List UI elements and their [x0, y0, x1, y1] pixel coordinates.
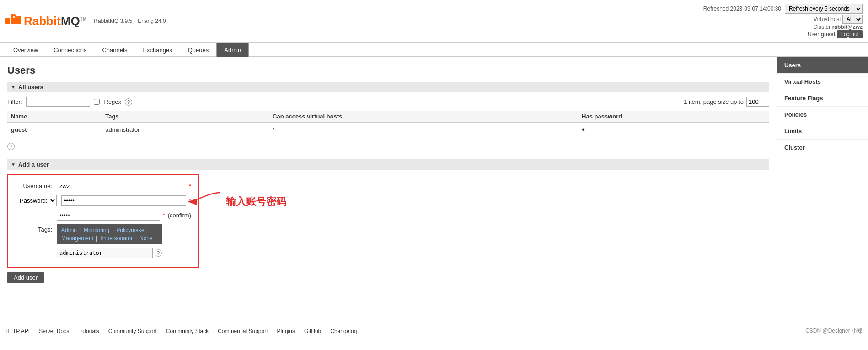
filter-input[interactable] — [26, 97, 90, 107]
nav-overview[interactable]: Overview — [5, 43, 46, 57]
regex-checkbox[interactable] — [94, 99, 100, 105]
main-navigation: Overview Connections Channels Exchanges … — [0, 43, 868, 57]
footer: HTTP API Server Docs Tutorials Community… — [0, 323, 868, 339]
vhost-label: Virtual host — [814, 16, 841, 22]
user-label: User — [808, 31, 819, 38]
user-vhosts-cell: / — [269, 122, 578, 137]
tags-popup: Admin | Monitoring | Policymaker Managem… — [57, 224, 162, 244]
footer-community-slack[interactable]: Community Slack — [166, 328, 209, 334]
regex-help-icon[interactable]: ? — [125, 98, 132, 106]
password-confirm-input[interactable] — [57, 210, 160, 221]
rabbitmq-version: RabbitMQ 3.9.5 — [94, 18, 132, 24]
svg-rect-3 — [7, 16, 9, 18]
svg-rect-0 — [5, 18, 10, 24]
password-type-select[interactable]: Password: Hashed password: — [16, 195, 57, 206]
svg-rect-4 — [13, 16, 15, 18]
sidebar-item-cluster[interactable]: Cluster — [777, 140, 868, 156]
nav-channels[interactable]: Channels — [94, 43, 135, 57]
vhost-select[interactable]: All / — [842, 15, 863, 24]
footer-github[interactable]: GitHub — [304, 328, 321, 334]
sidebar-item-policies[interactable]: Policies — [777, 107, 868, 123]
col-vhosts: Can access virtual hosts — [269, 111, 578, 122]
arrow-annotation: 输入账号密码 — [186, 188, 286, 215]
col-name: Name — [7, 111, 102, 122]
logo: RabbitMQTM — [5, 14, 86, 28]
footer-server-docs[interactable]: Server Docs — [39, 328, 69, 334]
username-input[interactable] — [57, 181, 186, 191]
user-row: User guest Log out — [703, 30, 863, 38]
logo-area: RabbitMQTM RabbitMQ 3.9.5 Erlang 24.0 — [5, 14, 166, 28]
tags-input-row: ? — [57, 248, 162, 258]
sidebar-item-feature-flags[interactable]: Feature Flags — [777, 90, 868, 107]
add-user-button[interactable]: Add user — [7, 272, 44, 283]
col-tags: Tags — [102, 111, 269, 122]
annotation-text: 输入账号密码 — [226, 195, 286, 209]
confirm-required: * — [163, 212, 165, 219]
tag-impersonator[interactable]: Impersonator — [100, 235, 133, 242]
add-collapse-arrow: ▼ — [11, 162, 16, 167]
nav-exchanges[interactable]: Exchanges — [135, 43, 180, 57]
tag-management[interactable]: Management — [61, 235, 93, 242]
sidebar-item-users[interactable]: Users — [777, 57, 868, 74]
rabbitmq-logo-icon — [5, 14, 22, 28]
refresh-row: Refreshed 2023-09-07 14:00:30 Refresh ev… — [703, 4, 863, 14]
logo-brand: RabbitMQTM — [24, 14, 86, 28]
footer-credit: CSDN @Designer 小郑 — [805, 327, 863, 335]
content-area: Users ▼ All users Filter: Regex ? 1 item… — [0, 57, 777, 323]
tag-admin[interactable]: Admin — [61, 227, 77, 233]
regex-label: Regex — [104, 98, 122, 105]
add-user-title: Add a user — [18, 161, 49, 168]
sidebar-item-limits[interactable]: Limits — [777, 123, 868, 140]
main-content: Users ▼ All users Filter: Regex ? 1 item… — [0, 57, 868, 323]
sidebar-item-virtual-hosts[interactable]: Virtual Hosts — [777, 74, 868, 90]
logout-button[interactable]: Log out — [837, 30, 863, 38]
footer-community-support[interactable]: Community Support — [108, 328, 157, 334]
page-size-input[interactable] — [746, 97, 769, 107]
add-user-section-header[interactable]: ▼ Add a user — [7, 159, 769, 170]
users-table: Name Tags Can access virtual hosts Has p… — [7, 111, 769, 137]
nav-admin[interactable]: Admin — [216, 43, 249, 57]
user-password-cell: • — [578, 122, 769, 137]
password-input[interactable] — [61, 195, 186, 206]
nav-connections[interactable]: Connections — [46, 43, 94, 57]
cluster-value: rabbit@zwz — [832, 24, 863, 30]
tags-area: Admin | Monitoring | Policymaker Managem… — [57, 224, 162, 258]
cluster-label: Cluster — [813, 24, 830, 30]
footer-commercial-support[interactable]: Commercial Support — [218, 328, 268, 334]
tags-help-icon[interactable]: ? — [155, 249, 162, 257]
collapse-arrow: ▼ — [11, 85, 16, 90]
refreshed-timestamp: Refreshed 2023-09-07 14:00:30 — [703, 5, 781, 12]
user-value: guest — [821, 31, 836, 38]
username-label: Username: — [16, 183, 57, 189]
footer-http-api[interactable]: HTTP API — [5, 328, 30, 334]
tags-label: Tags: — [16, 224, 57, 233]
page-title: Users — [7, 65, 769, 76]
vhost-row: Virtual host All / — [703, 15, 863, 24]
nav-queues[interactable]: Queues — [180, 43, 217, 57]
svg-rect-1 — [11, 14, 16, 24]
username-row: Username: * — [16, 181, 191, 191]
tag-monitoring[interactable]: Monitoring — [84, 227, 109, 233]
add-user-section: ▼ Add a user Username: * Password: — [7, 159, 769, 283]
filter-label: Filter: — [7, 98, 22, 105]
user-tags-cell: administrator — [102, 122, 269, 137]
table-row[interactable]: guest administrator / • — [7, 122, 769, 137]
top-right-info: Refreshed 2023-09-07 14:00:30 Refresh ev… — [703, 4, 863, 38]
version-info: RabbitMQ 3.9.5 Erlang 24.0 — [94, 18, 166, 24]
footer-plugins[interactable]: Plugins — [277, 328, 295, 334]
arrow-icon — [186, 188, 222, 215]
refresh-interval-select[interactable]: Refresh every 5 seconds Refresh every 10… — [785, 4, 863, 14]
footer-changelog[interactable]: Changelog — [330, 328, 357, 334]
tag-policymaker[interactable]: Policymaker — [116, 227, 146, 233]
table-help-icon[interactable]: ? — [7, 143, 15, 150]
password-confirm-row: * (confirm) — [16, 210, 191, 221]
footer-tutorials[interactable]: Tutorials — [78, 328, 99, 334]
all-users-title: All users — [18, 84, 43, 91]
password-row: Password: Hashed password: * — [16, 195, 191, 206]
col-password: Has password — [578, 111, 769, 122]
user-name-cell: guest — [7, 122, 102, 137]
all-users-section-header[interactable]: ▼ All users — [7, 82, 769, 92]
right-sidebar: Users Virtual Hosts Feature Flags Polici… — [777, 57, 868, 323]
tag-none[interactable]: None — [139, 235, 153, 242]
tags-input[interactable] — [57, 248, 153, 258]
